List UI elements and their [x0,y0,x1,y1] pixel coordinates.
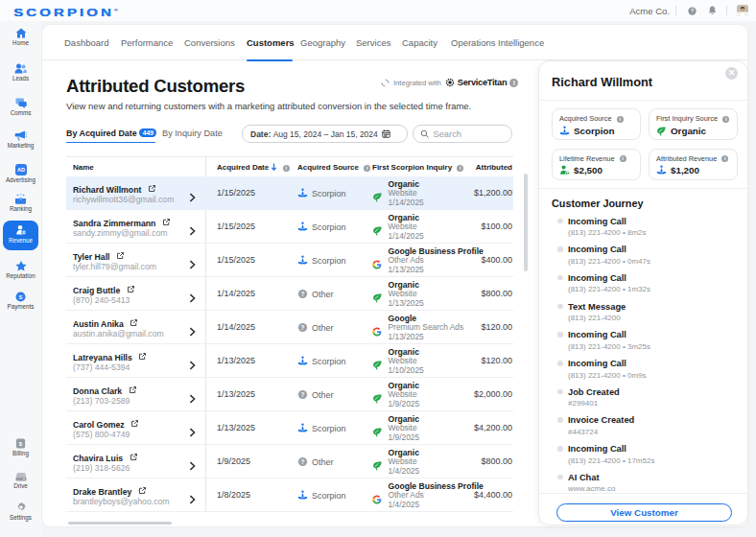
svg-text:?: ? [690,8,693,13]
svg-text:?: ? [301,458,305,465]
svg-text:?: ? [301,324,305,331]
svg-text:?: ? [301,291,305,297]
svg-text:?: ? [301,391,305,398]
svg-text:$: $ [566,172,568,175]
svg-text:S: S [19,294,23,300]
svg-text:AD: AD [17,167,25,173]
